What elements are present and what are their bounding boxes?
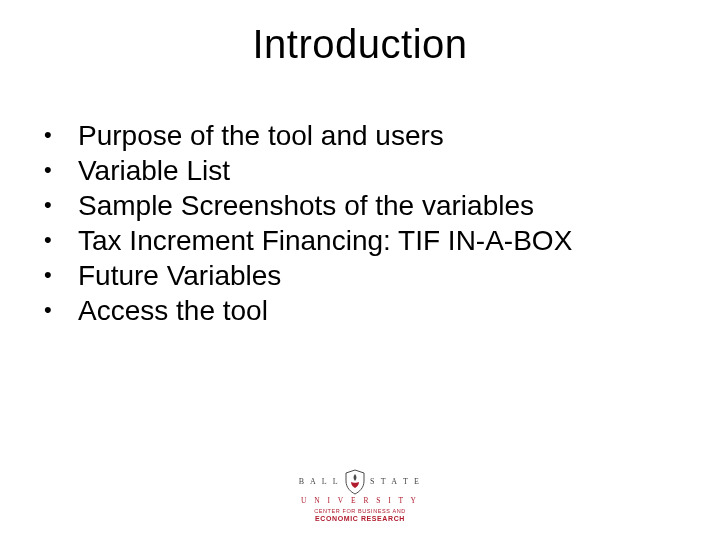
bullet-icon: •: [38, 293, 78, 327]
logo-text-right: S T A T E: [370, 478, 421, 486]
logo-university-text: U N I V E R S I T Y: [301, 497, 419, 505]
slide-title: Introduction: [0, 22, 720, 67]
list-item: • Access the tool: [38, 293, 680, 328]
bullet-icon: •: [38, 258, 78, 292]
bullet-text: Sample Screenshots of the variables: [78, 188, 680, 223]
shield-icon: [344, 469, 366, 495]
list-item: • Tax Increment Financing: TIF IN-A-BOX: [38, 223, 680, 258]
list-item: • Variable List: [38, 153, 680, 188]
list-item: • Purpose of the tool and users: [38, 118, 680, 153]
bullet-icon: •: [38, 188, 78, 222]
bullet-text: Tax Increment Financing: TIF IN-A-BOX: [78, 223, 680, 258]
bullet-text: Access the tool: [78, 293, 680, 328]
slide: Introduction • Purpose of the tool and u…: [0, 0, 720, 540]
bullet-text: Future Variables: [78, 258, 680, 293]
bullet-icon: •: [38, 118, 78, 152]
logo-subtitle-1: CENTER FOR BUSINESS AND: [314, 509, 406, 515]
bullet-text: Variable List: [78, 153, 680, 188]
list-item: • Future Variables: [38, 258, 680, 293]
logo-subtitle-2: ECONOMIC RESEARCH: [315, 515, 405, 522]
bullet-list: • Purpose of the tool and users • Variab…: [38, 118, 680, 328]
bullet-icon: •: [38, 153, 78, 187]
logo-block: B A L L S T A T E U N I V E R S I T Y CE…: [299, 469, 421, 522]
bullet-text: Purpose of the tool and users: [78, 118, 680, 153]
logo-top-row: B A L L S T A T E: [299, 469, 421, 495]
logo-text-left: B A L L: [299, 478, 340, 486]
bullet-icon: •: [38, 223, 78, 257]
list-item: • Sample Screenshots of the variables: [38, 188, 680, 223]
footer-logo: B A L L S T A T E U N I V E R S I T Y CE…: [0, 469, 720, 522]
